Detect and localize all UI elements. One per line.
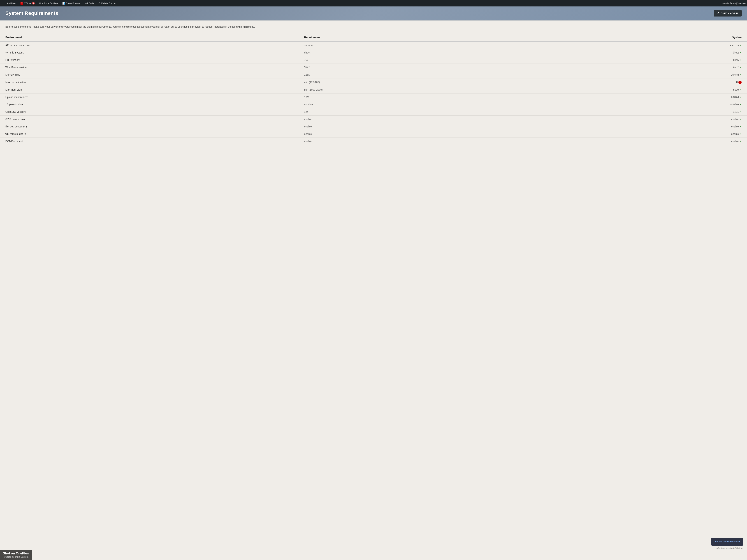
req-cell: 10M	[299, 94, 523, 101]
req-cell: success	[299, 42, 523, 49]
table-header-row: Environment Requirement System	[0, 33, 747, 42]
chart-icon: 📊	[62, 2, 65, 5]
req-cell: 128M	[299, 71, 523, 78]
check-again-button[interactable]: ↺ CHECK AGAIN	[714, 10, 742, 17]
xstore-documentation-tooltip[interactable]: XStore Documentation	[711, 538, 743, 545]
recycle-icon: ♻	[98, 2, 101, 5]
grid-icon: ⊞	[39, 2, 41, 5]
table-row: wp_remote_get( ):enableenable ✓	[0, 130, 747, 138]
sys-value: success ✓	[730, 44, 742, 47]
req-cell: 5.8.2	[299, 64, 523, 71]
camera-watermark: Shot on OnePlus Powered by Triple Camera	[0, 550, 32, 560]
refresh-icon: ↺	[717, 11, 720, 15]
req-cell: min (120-180)	[299, 78, 523, 86]
sys-cell: enable ✓	[523, 123, 747, 130]
env-cell: WP File System:	[0, 49, 299, 56]
admin-bar-user: Howdy, Team@wemee	[722, 2, 746, 5]
table-row: Max execution time:min (120-180)0!	[0, 78, 747, 86]
table-row: Memory limit:128M2048M ✓	[0, 71, 747, 78]
xstore-icon: X	[21, 2, 23, 5]
req-cell: min (1000-2000)	[299, 86, 523, 94]
sys-cell: success ✓	[523, 42, 747, 49]
sys-value: enable ✓	[731, 132, 742, 135]
sys-cell: enable ✓	[523, 115, 747, 123]
sys-value: 2048M ✓	[731, 73, 742, 76]
sys-cell: writable ✓	[523, 101, 747, 108]
table-row: GZIP compression:enableenable ✓	[0, 115, 747, 123]
admin-bar-wpcode[interactable]: WPCode	[84, 0, 95, 6]
table-body: API server connection:successsuccess ✓WP…	[0, 42, 747, 145]
sys-value: enable ✓	[731, 125, 742, 128]
table-row: PHP version:7.48.2.5 ✓	[0, 56, 747, 64]
plus-icon: +	[2, 2, 4, 5]
req-cell: enable	[299, 138, 523, 145]
sys-cell: 0!	[523, 78, 747, 86]
sys-value: writable ✓	[730, 103, 742, 106]
env-cell: Memory limit:	[0, 71, 299, 78]
col-environment: Environment	[0, 33, 299, 42]
req-cell: enable	[299, 123, 523, 130]
env-cell: file_get_contents( ):	[0, 123, 299, 130]
sys-value: 6.4.2 ✓	[733, 66, 742, 69]
sys-value: enable ✓	[731, 118, 742, 121]
sys-value: 1.1.1 ✓	[733, 110, 742, 113]
admin-bar-xstore-builders[interactable]: ⊞ XStore Builders	[38, 0, 59, 6]
windows-activation-watermark: to Settings to activate Windows	[716, 547, 743, 549]
warning-icon: !	[738, 81, 742, 84]
admin-bar-add-user[interactable]: + + Add User	[1, 0, 17, 6]
sys-value: 0	[736, 81, 738, 83]
table-row: API server connection:successsuccess ✓	[0, 42, 747, 49]
table-row: DOMDocumentenableenable ✓	[0, 138, 747, 145]
table-row: WP File System:directdirect ✓	[0, 49, 747, 56]
sys-value: direct ✓	[732, 51, 742, 54]
req-cell: 1.0	[299, 108, 523, 115]
table-row: WordPress version:5.8.26.4.2 ✓	[0, 64, 747, 71]
env-cell: DOMDocument	[0, 138, 299, 145]
sys-cell: enable ✓	[523, 138, 747, 145]
req-cell: direct	[299, 49, 523, 56]
admin-bar-delete-cache[interactable]: ♻ Delete Cache	[97, 0, 117, 6]
sys-value: 8.2.5 ✓	[733, 58, 742, 61]
sys-cell: 2048M ✓	[523, 94, 747, 101]
env-cell: wp_remote_get( ):	[0, 130, 299, 138]
xstore-badge: 4	[32, 2, 35, 4]
env-cell: ../Uploads folder:	[0, 101, 299, 108]
col-system: System	[523, 33, 747, 42]
table-row: file_get_contents( ):enableenable ✓	[0, 123, 747, 130]
sys-cell: 6.4.2 ✓	[523, 64, 747, 71]
env-cell: PHP version:	[0, 56, 299, 64]
watermark-title: Shot on OnePlus	[3, 552, 29, 555]
table-row: ../Uploads folder:writablewritable ✓	[0, 101, 747, 108]
req-cell: enable	[299, 115, 523, 123]
sys-cell: 2048M ✓	[523, 71, 747, 78]
table-row: Max input vars:min (1000-2000)5000 ✓	[0, 86, 747, 94]
watermark-subtitle: Powered by Triple Camera	[3, 556, 29, 558]
table-row: Upload max filesize:10M2048M ✓	[0, 94, 747, 101]
env-cell: Max input vars:	[0, 86, 299, 94]
table-row: OpenSSL version:1.01.1.1 ✓	[0, 108, 747, 115]
sys-value: 2048M ✓	[731, 96, 742, 99]
col-requirement: Requirement	[299, 33, 523, 42]
description-text: Before using the theme, make sure your s…	[0, 21, 747, 33]
admin-bar-xstore[interactable]: X XStore 4	[19, 0, 36, 6]
requirements-table: Environment Requirement System API serve…	[0, 33, 747, 145]
req-cell: 7.4	[299, 56, 523, 64]
sys-cell: direct ✓	[523, 49, 747, 56]
admin-bar: + + Add User X XStore 4 ⊞ XStore Builder…	[0, 0, 747, 6]
env-cell: WordPress version:	[0, 64, 299, 71]
req-cell: writable	[299, 101, 523, 108]
env-cell: API server connection:	[0, 42, 299, 49]
sys-cell: 5000 ✓	[523, 86, 747, 94]
page-header: System Requirements ↺ CHECK AGAIN	[0, 6, 747, 21]
page-title: System Requirements	[5, 10, 58, 16]
env-cell: OpenSSL version:	[0, 108, 299, 115]
env-cell: GZIP compression:	[0, 115, 299, 123]
sys-value: 5000 ✓	[733, 88, 742, 91]
env-cell: Upload max filesize:	[0, 94, 299, 101]
page-wrapper: System Requirements ↺ CHECK AGAIN Before…	[0, 6, 747, 560]
req-cell: enable	[299, 130, 523, 138]
sys-cell: enable ✓	[523, 130, 747, 138]
admin-bar-sales-booster[interactable]: 📊 Sales Booster	[61, 0, 81, 6]
tooltip-title: XStore Documentation	[715, 540, 740, 543]
env-cell: Max execution time:	[0, 78, 299, 86]
